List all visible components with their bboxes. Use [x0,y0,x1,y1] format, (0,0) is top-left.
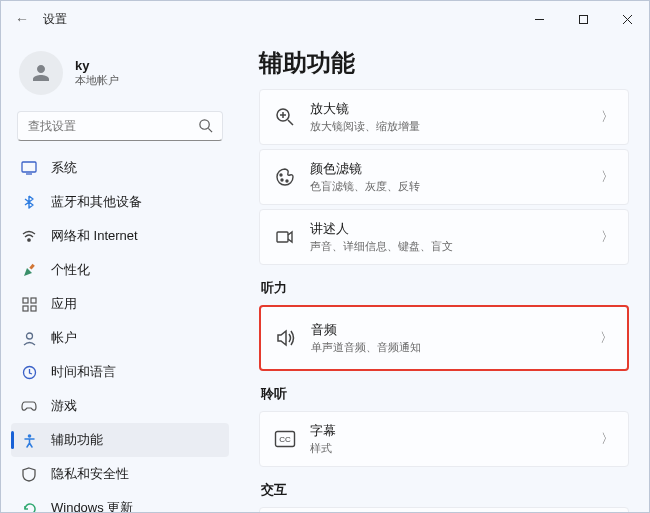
apps-icon [21,296,37,312]
content: ky 本地帐户 系统 蓝牙和其他设备 [1,37,649,512]
nav: 系统 蓝牙和其他设备 网络和 Internet 个性化 应用 [5,151,235,512]
card-body: 讲述人 声音、详细信息、键盘、盲文 [310,220,587,254]
card-sub: 单声道音频、音频通知 [311,340,586,355]
svg-rect-9 [29,263,35,269]
user-tile[interactable]: ky 本地帐户 [5,45,235,107]
svg-rect-10 [23,298,28,303]
back-button[interactable]: ← [15,11,29,27]
nav-gaming[interactable]: 游戏 [11,389,229,423]
user-subtitle: 本地帐户 [75,73,119,88]
svg-line-5 [208,128,212,132]
card-body: 音频 单声道音频、音频通知 [311,321,586,355]
time-icon [21,364,37,380]
titlebar: ← 设置 [1,1,649,37]
nav-label: 蓝牙和其他设备 [51,193,142,211]
chevron-right-icon: 〉 [601,168,614,186]
main-panel[interactable]: 辅助功能 放大镜 放大镜阅读、缩放增量 〉 颜色滤镜 色盲滤镜、灰度、反转 〉 [239,37,649,512]
card-sub: 声音、详细信息、键盘、盲文 [310,239,587,254]
gaming-icon [21,398,37,414]
nav-label: Windows 更新 [51,499,133,512]
bluetooth-icon [21,194,37,210]
nav-network[interactable]: 网络和 Internet [11,219,229,253]
minimize-button[interactable] [517,1,561,37]
svg-point-16 [27,434,31,438]
svg-point-21 [280,174,282,176]
user-text: ky 本地帐户 [75,58,119,88]
nav-privacy[interactable]: 隐私和安全性 [11,457,229,491]
svg-rect-11 [31,298,36,303]
nav-label: 网络和 Internet [51,227,138,245]
sidebar: ky 本地帐户 系统 蓝牙和其他设备 [1,37,239,512]
nav-accessibility[interactable]: 辅助功能 [11,423,229,457]
card-magnifier[interactable]: 放大镜 放大镜阅读、缩放增量 〉 [259,89,629,145]
update-icon [21,500,37,512]
card-captions[interactable]: CC 字幕 样式 〉 [259,411,629,467]
captions-icon: CC [274,428,296,450]
nav-personalization[interactable]: 个性化 [11,253,229,287]
personalization-icon [21,262,37,278]
search-wrap [17,111,223,141]
card-narrator[interactable]: 讲述人 声音、详细信息、键盘、盲文 〉 [259,209,629,265]
svg-point-8 [28,239,30,241]
svg-line-18 [288,120,293,125]
card-speech[interactable]: 语音 〉 [259,507,629,512]
svg-text:CC: CC [279,435,291,444]
svg-rect-12 [23,306,28,311]
maximize-button[interactable] [561,1,605,37]
system-icon [21,160,37,176]
close-button[interactable] [605,1,649,37]
svg-point-23 [286,180,288,182]
audio-icon [275,327,297,349]
avatar [19,51,63,95]
network-icon [21,228,37,244]
palette-icon [274,166,296,188]
window-title: 设置 [43,11,67,28]
nav-label: 辅助功能 [51,431,103,449]
card-sub: 色盲滤镜、灰度、反转 [310,179,587,194]
nav-accounts[interactable]: 帐户 [11,321,229,355]
card-color-filters[interactable]: 颜色滤镜 色盲滤镜、灰度、反转 〉 [259,149,629,205]
nav-system[interactable]: 系统 [11,151,229,185]
chevron-right-icon: 〉 [601,430,614,448]
card-title: 讲述人 [310,220,587,238]
svg-point-14 [26,333,32,339]
chevron-right-icon: 〉 [601,108,614,126]
narrator-icon [274,226,296,248]
privacy-icon [21,466,37,482]
nav-bluetooth[interactable]: 蓝牙和其他设备 [11,185,229,219]
accessibility-icon [21,432,37,448]
card-body: 字幕 样式 [310,422,587,456]
card-title: 音频 [311,321,586,339]
search-icon [198,118,213,133]
card-audio[interactable]: 音频 单声道音频、音频通知 〉 [259,305,629,371]
svg-rect-1 [579,15,587,23]
card-body: 颜色滤镜 色盲滤镜、灰度、反转 [310,160,587,194]
nav-label: 时间和语言 [51,363,116,381]
nav-label: 游戏 [51,397,77,415]
nav-windows-update[interactable]: Windows 更新 [11,491,229,512]
card-title: 字幕 [310,422,587,440]
settings-window: ← 设置 ky 本地帐户 [0,0,650,513]
nav-time-language[interactable]: 时间和语言 [11,355,229,389]
nav-label: 应用 [51,295,77,313]
card-sub: 样式 [310,441,587,456]
svg-rect-24 [277,232,288,242]
nav-label: 隐私和安全性 [51,465,129,483]
page-heading: 辅助功能 [259,47,629,79]
user-name: ky [75,58,119,73]
chevron-right-icon: 〉 [601,228,614,246]
section-interact: 交互 [261,481,629,499]
search-input[interactable] [17,111,223,141]
svg-rect-13 [31,306,36,311]
card-body: 放大镜 放大镜阅读、缩放增量 [310,100,587,134]
window-controls [517,1,649,37]
nav-apps[interactable]: 应用 [11,287,229,321]
card-title: 放大镜 [310,100,587,118]
section-listen: 聆听 [261,385,629,403]
nav-label: 系统 [51,159,77,177]
svg-point-4 [200,120,209,129]
accounts-icon [21,330,37,346]
nav-label: 个性化 [51,261,90,279]
chevron-right-icon: 〉 [600,329,613,347]
svg-rect-6 [22,162,36,172]
